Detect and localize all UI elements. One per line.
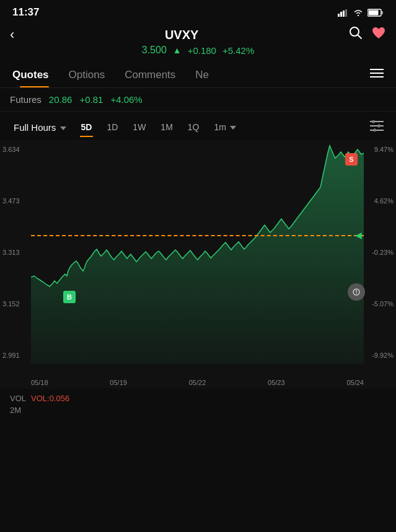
- 1min-dropdown-icon: [230, 126, 236, 130]
- price-current: 3.500: [142, 45, 167, 56]
- chart-btn-1w[interactable]: 1W: [126, 118, 152, 136]
- tab-comments[interactable]: Comments: [115, 63, 185, 87]
- svg-rect-14: [370, 130, 384, 131]
- y-label-right-4: -9.92%: [364, 352, 396, 359]
- svg-rect-2: [343, 11, 345, 17]
- svg-rect-0: [338, 14, 340, 17]
- y-label-2: 3.313: [0, 249, 31, 256]
- vol-value: VOL:0.056: [31, 394, 69, 403]
- chart-btn-1d[interactable]: 1D: [100, 118, 124, 136]
- x-labels: 05/18 05/19 05/22 05/23 05/24: [31, 379, 364, 386]
- y-label-right-2: -0.23%: [364, 249, 396, 256]
- x-label-4: 05/24: [346, 379, 364, 386]
- header-actions: [349, 26, 386, 43]
- y-label-3: 3.152: [0, 300, 31, 308]
- y-labels-right: 9.47% 4.62% -0.23% -5.07% -9.92%: [364, 141, 396, 364]
- search-icon[interactable]: [349, 26, 363, 43]
- price-row: 3.500 ▲ +0.180 +5.42%: [142, 45, 255, 56]
- futures-label: Futures: [10, 94, 42, 105]
- svg-rect-5: [382, 11, 384, 14]
- fullhours-button[interactable]: Full Hours: [7, 118, 73, 136]
- futures-row: Futures 20.86 +0.81 +4.06%: [0, 88, 396, 112]
- chart-area: 3.634 3.473 3.313 3.152 2.991 9.47% 4.62…: [0, 141, 396, 389]
- fullhours-dropdown-icon: [60, 126, 66, 130]
- svg-rect-12: [370, 121, 384, 122]
- svg-rect-13: [370, 125, 384, 126]
- futures-pct: +4.06%: [110, 94, 142, 105]
- futures-price: 20.86: [49, 94, 73, 105]
- tab-options[interactable]: Options: [59, 63, 115, 87]
- y-label-right-1: 4.62%: [364, 197, 396, 205]
- x-label-1: 05/19: [110, 379, 127, 386]
- status-time: 11:37: [12, 6, 39, 19]
- chart-settings-button[interactable]: [365, 118, 389, 136]
- vol-2m: 2M: [0, 406, 396, 415]
- back-button[interactable]: ‹: [10, 27, 14, 43]
- ticker-title: UVXY: [165, 28, 198, 42]
- chart-btn-1min[interactable]: 1m: [208, 118, 242, 136]
- svg-rect-1: [340, 12, 342, 17]
- status-icons: [338, 8, 384, 17]
- svg-rect-6: [369, 10, 379, 15]
- tab-quotes[interactable]: Quotes: [10, 63, 59, 87]
- y-label-right-0: 9.47%: [364, 146, 396, 153]
- chart-controls: Full Hours 5D 1D 1W 1M 1Q 1m: [0, 112, 396, 141]
- chart-btn-1q[interactable]: 1Q: [182, 118, 206, 136]
- svg-rect-15: [372, 120, 374, 123]
- nav-tabs: Quotes Options Comments Ne: [0, 62, 396, 88]
- hamburger-menu[interactable]: [367, 62, 386, 87]
- y-label-0: 3.634: [0, 146, 31, 153]
- header: ‹ UVXY 3.500 ▲ +0.180 +5.42%: [0, 22, 396, 62]
- futures-change: +0.81: [79, 94, 103, 105]
- svg-rect-3: [345, 9, 347, 17]
- tab-ne[interactable]: Ne: [185, 63, 219, 87]
- wifi-icon: [353, 8, 364, 17]
- signal-icon: [338, 9, 349, 17]
- battery-icon: [367, 9, 384, 17]
- svg-point-20: [356, 293, 357, 295]
- svg-line-8: [358, 35, 361, 39]
- sell-marker: S: [345, 153, 358, 166]
- ref-line-arrow: ◀: [355, 230, 362, 240]
- price-change: +0.180: [188, 45, 216, 56]
- y-label-4: 2.991: [0, 352, 31, 359]
- heart-icon[interactable]: [371, 26, 386, 43]
- price-pct: +5.42%: [222, 45, 254, 56]
- y-label-1: 3.473: [0, 197, 31, 205]
- chart-btn-1m[interactable]: 1M: [154, 118, 178, 136]
- y-labels-left: 3.634 3.473 3.313 3.152 2.991: [0, 141, 31, 364]
- reference-line: [31, 235, 364, 236]
- price-arrow: ▲: [173, 45, 182, 55]
- y-label-right-3: -5.07%: [364, 300, 396, 308]
- x-label-2: 05/22: [189, 379, 206, 386]
- vol-label: VOL: [10, 394, 26, 403]
- x-label-0: 05/18: [31, 379, 48, 386]
- vol-row: VOL VOL:0.056: [0, 389, 396, 406]
- svg-rect-17: [374, 129, 376, 131]
- buy-marker: B: [63, 291, 76, 303]
- svg-rect-16: [378, 125, 380, 127]
- grey-circle-indicator: [348, 283, 365, 301]
- x-label-3: 05/23: [268, 379, 285, 386]
- chart-svg-container: [31, 141, 364, 364]
- status-bar: 11:37: [0, 0, 396, 22]
- chart-btn-5d[interactable]: 5D: [75, 118, 99, 136]
